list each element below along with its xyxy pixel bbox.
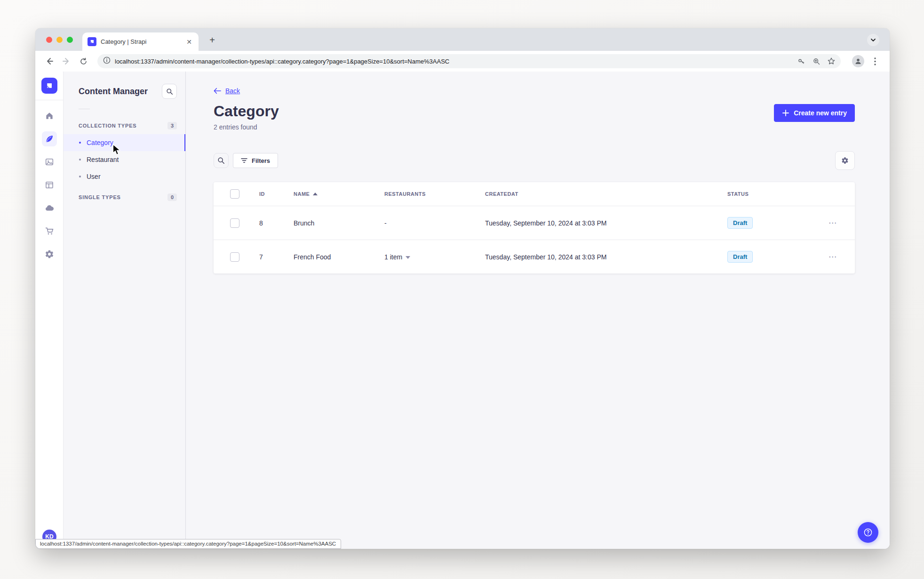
row-checkbox[interactable] — [230, 218, 239, 228]
sidebar-item-label: Category — [87, 139, 113, 146]
main-nav-rail: KD — [35, 72, 64, 549]
strapi-logo[interactable] — [41, 78, 57, 94]
single-types-count-badge: 0 — [167, 193, 177, 201]
reload-icon[interactable] — [77, 55, 90, 68]
url-text[interactable]: localhost:1337/admin/content-manager/col… — [115, 58, 795, 65]
collection-types-list: Category Restaurant User — [64, 134, 185, 185]
collection-types-count-badge: 3 — [167, 122, 177, 129]
sidebar-item-label: User — [87, 173, 101, 180]
cell-createdat: Tuesday, September 10, 2024 at 3:03 PM — [485, 253, 727, 261]
minimize-window-button[interactable] — [56, 37, 63, 43]
sort-ascending-icon — [313, 193, 318, 195]
tab-close-icon[interactable]: ✕ — [185, 38, 193, 46]
browser-tab[interactable]: Category | Strapi ✕ — [82, 32, 199, 51]
page-title: Category — [214, 102, 279, 120]
filters-label: Filters — [252, 157, 270, 164]
bookmark-star-icon[interactable] — [825, 55, 838, 68]
filters-button[interactable]: Filters — [233, 153, 278, 168]
browser-window: Category | Strapi ✕ + localhost:1337/adm… — [35, 28, 890, 549]
column-header-name[interactable]: NAME — [294, 191, 384, 197]
table-header-row: ID NAME RESTAURANTS CREATEDAT STATUS — [214, 182, 855, 206]
profile-avatar-icon[interactable] — [852, 55, 864, 67]
cloud-icon[interactable] — [42, 201, 57, 216]
subnav-title: Content Manager — [79, 87, 148, 96]
settings-gear-icon[interactable] — [42, 247, 57, 262]
plus-icon — [782, 109, 789, 117]
select-all-checkbox[interactable] — [230, 189, 239, 199]
table-row[interactable]: 8 Brunch - Tuesday, September 10, 2024 a… — [214, 206, 855, 240]
back-link[interactable]: Back — [214, 87, 240, 95]
status-bar-url: localhost:1337/admin/content-manager/col… — [35, 539, 341, 549]
browser-toolbar: localhost:1337/admin/content-manager/col… — [35, 51, 890, 72]
cell-name: Brunch — [294, 219, 384, 227]
divider — [79, 109, 90, 109]
help-button[interactable] — [858, 522, 878, 543]
status-badge: Draft — [727, 217, 753, 229]
strapi-admin: KD Content Manager COLLECTION TYPES 3 Ca… — [35, 72, 890, 549]
cell-createdat: Tuesday, September 10, 2024 at 3:03 PM — [485, 219, 727, 227]
new-tab-button[interactable]: + — [206, 33, 219, 47]
column-header-id[interactable]: ID — [259, 191, 294, 197]
media-library-icon[interactable] — [42, 154, 57, 169]
home-icon[interactable] — [42, 108, 57, 123]
create-new-entry-label: Create new entry — [794, 109, 847, 117]
browser-menu-icon[interactable] — [869, 55, 881, 67]
collection-types-label: COLLECTION TYPES — [79, 123, 136, 129]
password-key-icon[interactable] — [795, 55, 808, 68]
cell-id: 7 — [259, 253, 294, 261]
tab-search-button[interactable] — [867, 34, 879, 46]
column-header-restaurants[interactable]: RESTAURANTS — [384, 191, 485, 197]
sidebar-item-restaurant[interactable]: Restaurant — [64, 151, 185, 168]
bullet-icon — [79, 142, 81, 144]
sidebar-item-user[interactable]: User — [64, 168, 185, 185]
subnav-search-button[interactable] — [162, 84, 177, 99]
sidebar-item-category[interactable]: Category — [64, 134, 185, 151]
close-window-button[interactable] — [46, 37, 52, 43]
cell-name: French Food — [294, 253, 384, 261]
main-content: Back Category 2 entries found Create new… — [186, 72, 890, 549]
cell-id: 8 — [259, 219, 294, 227]
page-info-icon[interactable] — [103, 56, 111, 66]
tab-title: Category | Strapi — [101, 38, 181, 45]
tab-strip: Category | Strapi ✕ + — [35, 28, 890, 51]
cell-restaurants: - — [384, 219, 485, 227]
create-new-entry-button[interactable]: Create new entry — [774, 104, 855, 122]
address-bar[interactable]: localhost:1337/admin/content-manager/col… — [97, 54, 841, 68]
back-label: Back — [225, 87, 240, 95]
maximize-window-button[interactable] — [67, 37, 73, 43]
view-settings-button[interactable] — [835, 151, 855, 170]
row-checkbox[interactable] — [230, 252, 239, 262]
content-type-builder-icon[interactable] — [42, 177, 57, 193]
table-search-button[interactable] — [214, 153, 229, 168]
bullet-icon — [79, 176, 81, 177]
status-badge: Draft — [727, 251, 753, 263]
forward-nav-icon[interactable] — [60, 55, 73, 68]
entries-count: 2 entries found — [214, 123, 279, 131]
row-actions-menu-icon[interactable]: ⋯ — [820, 252, 855, 262]
content-manager-subnav: Content Manager COLLECTION TYPES 3 Categ… — [64, 72, 186, 549]
entries-table: ID NAME RESTAURANTS CREATEDAT STATUS 8 B… — [214, 182, 855, 273]
window-controls — [46, 37, 73, 43]
zoom-page-icon[interactable] — [810, 55, 823, 68]
content-manager-icon[interactable] — [42, 131, 57, 146]
marketplace-cart-icon[interactable] — [42, 224, 57, 239]
back-nav-icon[interactable] — [43, 55, 56, 68]
row-actions-menu-icon[interactable]: ⋯ — [820, 218, 855, 228]
cell-restaurants-dropdown[interactable]: 1 item — [384, 253, 485, 261]
bullet-icon — [79, 159, 81, 161]
table-row[interactable]: 7 French Food 1 item Tuesday, September … — [214, 240, 855, 273]
column-header-createdat[interactable]: CREATEDAT — [485, 191, 727, 197]
mouse-cursor — [112, 144, 122, 157]
column-header-status[interactable]: STATUS — [727, 191, 820, 197]
strapi-favicon-icon — [88, 37, 96, 46]
chevron-down-icon — [406, 256, 410, 259]
filter-icon — [241, 158, 247, 163]
single-types-label: SINGLE TYPES — [79, 194, 121, 200]
